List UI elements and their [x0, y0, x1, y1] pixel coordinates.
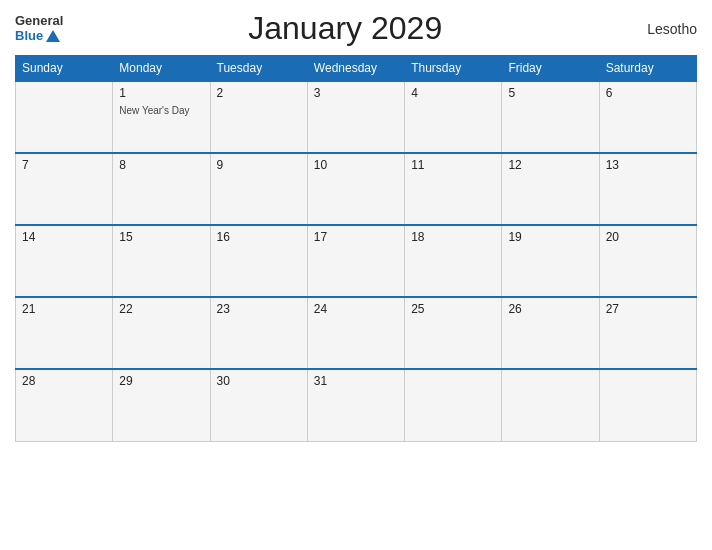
day-number: 3 — [314, 86, 398, 100]
header-sunday: Sunday — [16, 56, 113, 82]
calendar-container: General Blue January 2029 Lesotho Sunday… — [0, 0, 712, 550]
day-number: 19 — [508, 230, 592, 244]
day-cell: 7 — [16, 153, 113, 225]
day-cell: 5 — [502, 81, 599, 153]
day-cell: 8 — [113, 153, 210, 225]
day-cell: 10 — [307, 153, 404, 225]
day-cell: 3 — [307, 81, 404, 153]
logo-triangle-icon — [46, 30, 60, 42]
day-number: 2 — [217, 86, 301, 100]
header-saturday: Saturday — [599, 56, 696, 82]
day-number: 15 — [119, 230, 203, 244]
day-cell: 26 — [502, 297, 599, 369]
day-cell: 14 — [16, 225, 113, 297]
day-cell: 28 — [16, 369, 113, 441]
day-number: 8 — [119, 158, 203, 172]
day-cell — [599, 369, 696, 441]
day-number: 31 — [314, 374, 398, 388]
header-thursday: Thursday — [405, 56, 502, 82]
day-cell — [16, 81, 113, 153]
day-cell: 12 — [502, 153, 599, 225]
day-cell: 29 — [113, 369, 210, 441]
day-number: 16 — [217, 230, 301, 244]
day-number: 17 — [314, 230, 398, 244]
day-number: 25 — [411, 302, 495, 316]
day-cell: 4 — [405, 81, 502, 153]
day-cell: 23 — [210, 297, 307, 369]
day-number: 5 — [508, 86, 592, 100]
week-row-0: 1New Year's Day23456 — [16, 81, 697, 153]
day-cell: 31 — [307, 369, 404, 441]
day-cell — [405, 369, 502, 441]
day-number: 23 — [217, 302, 301, 316]
calendar-header: General Blue January 2029 Lesotho — [15, 10, 697, 47]
day-cell: 17 — [307, 225, 404, 297]
day-event: New Year's Day — [119, 105, 189, 116]
day-cell: 16 — [210, 225, 307, 297]
day-cell: 24 — [307, 297, 404, 369]
day-cell: 13 — [599, 153, 696, 225]
day-cell: 2 — [210, 81, 307, 153]
day-number: 24 — [314, 302, 398, 316]
header-tuesday: Tuesday — [210, 56, 307, 82]
day-cell: 25 — [405, 297, 502, 369]
day-number: 27 — [606, 302, 690, 316]
day-number: 11 — [411, 158, 495, 172]
day-number: 7 — [22, 158, 106, 172]
day-cell: 6 — [599, 81, 696, 153]
day-cell: 9 — [210, 153, 307, 225]
day-number: 22 — [119, 302, 203, 316]
logo-general-text: General — [15, 14, 63, 28]
weekday-header-row: Sunday Monday Tuesday Wednesday Thursday… — [16, 56, 697, 82]
day-cell: 11 — [405, 153, 502, 225]
country-label: Lesotho — [627, 21, 697, 37]
logo: General Blue — [15, 14, 63, 43]
day-cell: 19 — [502, 225, 599, 297]
day-cell: 30 — [210, 369, 307, 441]
week-row-3: 21222324252627 — [16, 297, 697, 369]
day-number: 14 — [22, 230, 106, 244]
day-number: 26 — [508, 302, 592, 316]
logo-blue-text: Blue — [15, 29, 60, 43]
day-number: 13 — [606, 158, 690, 172]
calendar-body: 1New Year's Day2345678910111213141516171… — [16, 81, 697, 441]
day-number: 29 — [119, 374, 203, 388]
day-cell: 18 — [405, 225, 502, 297]
day-number: 4 — [411, 86, 495, 100]
day-cell — [502, 369, 599, 441]
calendar-title: January 2029 — [63, 10, 627, 47]
day-number: 9 — [217, 158, 301, 172]
day-cell: 20 — [599, 225, 696, 297]
day-cell: 1New Year's Day — [113, 81, 210, 153]
header-friday: Friday — [502, 56, 599, 82]
day-number: 28 — [22, 374, 106, 388]
day-cell: 22 — [113, 297, 210, 369]
day-number: 12 — [508, 158, 592, 172]
week-row-1: 78910111213 — [16, 153, 697, 225]
calendar-grid: Sunday Monday Tuesday Wednesday Thursday… — [15, 55, 697, 442]
day-number: 21 — [22, 302, 106, 316]
header-monday: Monday — [113, 56, 210, 82]
day-number: 1 — [119, 86, 203, 100]
day-cell: 15 — [113, 225, 210, 297]
day-number: 20 — [606, 230, 690, 244]
week-row-2: 14151617181920 — [16, 225, 697, 297]
header-wednesday: Wednesday — [307, 56, 404, 82]
day-cell: 27 — [599, 297, 696, 369]
day-number: 30 — [217, 374, 301, 388]
day-number: 6 — [606, 86, 690, 100]
day-number: 10 — [314, 158, 398, 172]
day-cell: 21 — [16, 297, 113, 369]
week-row-4: 28293031 — [16, 369, 697, 441]
day-number: 18 — [411, 230, 495, 244]
